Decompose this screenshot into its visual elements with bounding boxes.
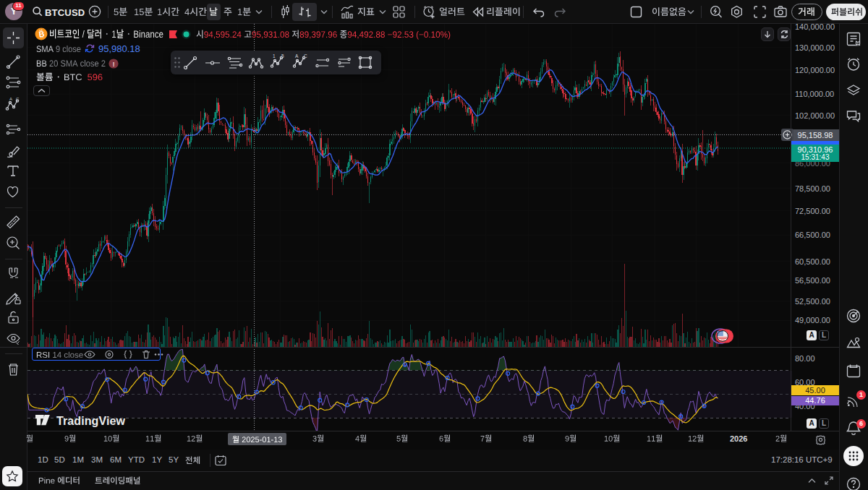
svg-text:5: 5 bbox=[281, 54, 284, 59]
svg-text:A: A bbox=[9, 97, 12, 101]
svg-text:A: A bbox=[295, 54, 299, 59]
svg-text:!: ! bbox=[112, 60, 114, 68]
svg-text:1: 1 bbox=[273, 54, 276, 59]
svg-text:C: C bbox=[16, 97, 20, 101]
svg-text:C: C bbox=[304, 54, 307, 59]
